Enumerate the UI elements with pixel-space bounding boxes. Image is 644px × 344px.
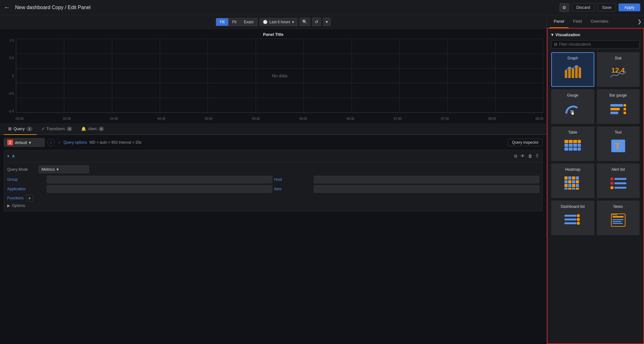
query-badge: 1: [26, 127, 32, 131]
query-mode-value: Metrics: [42, 167, 55, 172]
tab-overrides[interactable]: Overrides: [586, 15, 613, 28]
viz-card-graph-label: Graph: [568, 56, 578, 60]
functions-label: Functions: [7, 196, 24, 200]
more-button[interactable]: ▾: [323, 18, 331, 26]
svg-rect-2: [572, 69, 574, 78]
viz-card-table[interactable]: Table: [551, 126, 594, 161]
svg-rect-13: [624, 112, 626, 114]
eye-icon[interactable]: 👁: [520, 153, 525, 159]
query-inspector-button[interactable]: Query inspector: [508, 139, 543, 146]
y-axis-labels: 1.0 0.5 0 -0.5 -1.0: [3, 39, 15, 113]
svg-rect-54: [564, 222, 576, 224]
svg-rect-52: [564, 219, 576, 220]
viz-card-stat[interactable]: Stat 12.4: [597, 52, 640, 87]
fill-button[interactable]: Fill: [216, 18, 228, 26]
svg-rect-14: [564, 140, 568, 143]
expand-icon[interactable]: ❯: [637, 19, 641, 25]
viz-card-text[interactable]: Text T: [597, 126, 640, 161]
tab-query[interactable]: ⊞ Query 1: [4, 123, 37, 135]
svg-rect-35: [576, 180, 579, 183]
query-icon: ⊞: [8, 126, 12, 131]
svg-rect-8: [610, 104, 623, 107]
y-label-2: 0.5: [9, 56, 14, 60]
tab-panel[interactable]: Panel: [549, 15, 569, 28]
tab-field[interactable]: Field: [569, 15, 586, 28]
apply-button[interactable]: Apply: [619, 3, 640, 11]
query-options-link[interactable]: Query options: [64, 140, 87, 145]
tab-alert[interactable]: 🔔 Alert 0: [77, 123, 108, 135]
viz-card-news[interactable]: News news: [597, 201, 640, 235]
item-label[interactable]: Item: [274, 187, 312, 191]
chart-container: 1.0 0.5 0 -0.5 -1.0: [3, 39, 543, 120]
save-button[interactable]: Save: [597, 3, 616, 12]
query-mode-select[interactable]: Metrics ▾: [39, 165, 89, 173]
viz-card-dashboard-list-label: Dashboard list: [561, 204, 585, 209]
item-input[interactable]: [314, 185, 539, 193]
host-label[interactable]: Host: [274, 177, 312, 182]
svg-rect-0: [565, 70, 567, 78]
datasource-select[interactable]: Z default ▾: [4, 138, 45, 147]
svg-rect-11: [624, 104, 626, 107]
svg-rect-23: [569, 147, 573, 151]
svg-rect-18: [564, 144, 568, 147]
group-label[interactable]: Group: [7, 177, 45, 182]
main-layout: Fill Fit Exact 🕐 Last 6 hours ▾ 🔍 ↺ ▾ Pa…: [0, 15, 644, 344]
svg-rect-36: [564, 184, 568, 187]
query-a: ▾ A ⧉ 👁 🗑 ⠿ Query Mode Metrics ▾: [4, 150, 543, 211]
query-a-body: Query Mode Metrics ▾ Group Host Applicat: [4, 162, 542, 211]
viz-card-graph[interactable]: Graph: [551, 52, 594, 87]
drag-icon[interactable]: ⠿: [535, 153, 539, 159]
options-chevron-icon: ▶: [7, 203, 10, 208]
discard-button[interactable]: Discard: [572, 3, 595, 12]
y-label-1: 1.0: [9, 39, 14, 42]
viz-chevron-icon: ▾: [551, 32, 553, 37]
viz-card-gauge[interactable]: Gauge 79: [551, 89, 594, 124]
transform-badge: 0: [67, 127, 72, 131]
svg-point-55: [577, 222, 580, 225]
tab-transform[interactable]: ⤢ Transform 0: [37, 123, 77, 135]
fit-button[interactable]: Fit: [228, 18, 240, 26]
svg-rect-32: [564, 180, 568, 183]
svg-rect-39: [576, 184, 579, 187]
delete-icon[interactable]: 🗑: [527, 153, 533, 159]
svg-point-48: [610, 186, 613, 189]
viz-card-bar-gauge[interactable]: Bar gauge: [597, 89, 640, 124]
back-button[interactable]: ←: [4, 4, 10, 11]
svg-rect-42: [572, 188, 575, 190]
zoom-button[interactable]: 🔍: [299, 18, 310, 26]
svg-rect-37: [568, 184, 571, 187]
x-label-12: 08:30: [536, 117, 543, 120]
host-input[interactable]: [314, 176, 539, 183]
options-row[interactable]: ▶ Options:: [7, 203, 539, 208]
svg-rect-20: [573, 144, 577, 147]
datasource-icon: Z: [7, 140, 13, 145]
viz-card-alert-list[interactable]: Alert list: [597, 164, 640, 198]
alert-icon: 🔔: [81, 126, 86, 131]
settings-button[interactable]: ⚙: [559, 3, 569, 12]
visualization-title: Visualization: [555, 32, 580, 37]
add-function-button[interactable]: +: [26, 195, 33, 202]
svg-text:news: news: [612, 214, 618, 216]
y-label-3: 0: [12, 74, 14, 78]
svg-rect-34: [572, 180, 575, 183]
viz-card-dashboard-list[interactable]: Dashboard list: [551, 201, 594, 235]
query-a-chevron-icon[interactable]: ▾: [7, 154, 9, 158]
time-range-button[interactable]: 🕐 Last 6 hours ▾: [259, 18, 297, 26]
refresh-button[interactable]: ↺: [312, 18, 321, 26]
svg-rect-60: [613, 223, 623, 224]
application-label[interactable]: Application: [7, 187, 45, 191]
stat-icon: 12.4: [609, 62, 628, 81]
chart-toolbar: Fill Fit Exact 🕐 Last 6 hours ▾ 🔍 ↺ ▾: [0, 15, 547, 29]
application-input[interactable]: [47, 185, 272, 193]
group-input[interactable]: [47, 176, 272, 183]
viz-card-heatmap[interactable]: Heatmap: [551, 164, 594, 198]
viz-card-stat-label: Stat: [615, 56, 621, 60]
exact-button[interactable]: Exact: [240, 18, 257, 26]
query-options-meta: MD = auto = 953 Interval = 20s: [90, 140, 142, 145]
svg-rect-31: [576, 176, 579, 180]
filter-visualizations-input[interactable]: [559, 42, 637, 47]
info-button[interactable]: i: [47, 139, 55, 146]
copy-icon[interactable]: ⧉: [514, 153, 518, 159]
y-label-4: -0.5: [8, 92, 14, 95]
svg-rect-41: [568, 188, 571, 190]
